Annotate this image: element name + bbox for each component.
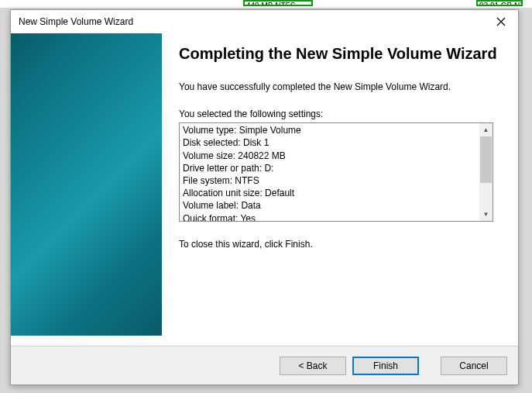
scroll-thumb[interactable] [480,136,492,183]
button-bar: < Back Finish Cancel [11,346,518,384]
close-icon [496,17,506,26]
bg-partition-fragment: 449 MB NTFS [243,0,313,6]
wizard-heading: Completing the New Simple Volume Wizard [179,44,503,64]
settings-content: Volume type: Simple Volume Disk selected… [180,123,479,221]
wizard-side-graphic [11,33,162,336]
finish-button[interactable]: Finish [352,357,419,375]
settings-label: You selected the following settings: [179,109,503,119]
cancel-button[interactable]: Cancel [441,357,507,375]
scroll-up-icon[interactable]: ▲ [479,123,493,136]
settings-list: Volume type: Simple Volume Disk selected… [179,122,493,222]
bg-partition-fragment: 93.01 GB NT [476,0,523,6]
titlebar: New Simple Volume Wizard [11,10,518,33]
wizard-dialog: New Simple Volume Wizard Completing the … [10,9,519,385]
scroll-down-icon[interactable]: ▼ [479,208,493,221]
scrollbar[interactable]: ▲ ▼ [479,123,493,221]
back-button[interactable]: < Back [280,357,346,375]
window-title: New Simple Volume Wizard [19,16,133,27]
closing-instruction: To close this wizard, click Finish. [179,239,503,250]
close-button[interactable] [483,10,518,33]
wizard-description: You have successfully completed the New … [179,81,503,93]
